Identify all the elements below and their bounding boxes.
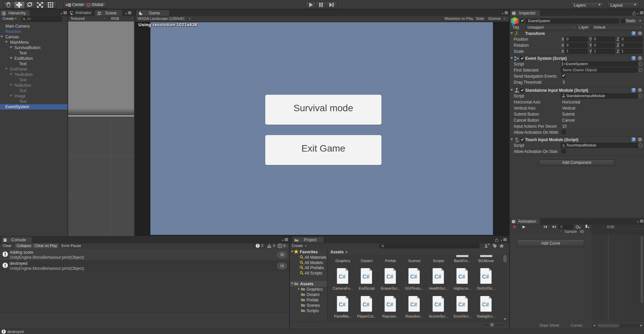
svg-text:?: ?	[633, 138, 635, 141]
svg-text:?: ?	[633, 56, 635, 60]
svg-text:?: ?	[633, 88, 635, 92]
svg-text:?: ?	[633, 32, 635, 35]
